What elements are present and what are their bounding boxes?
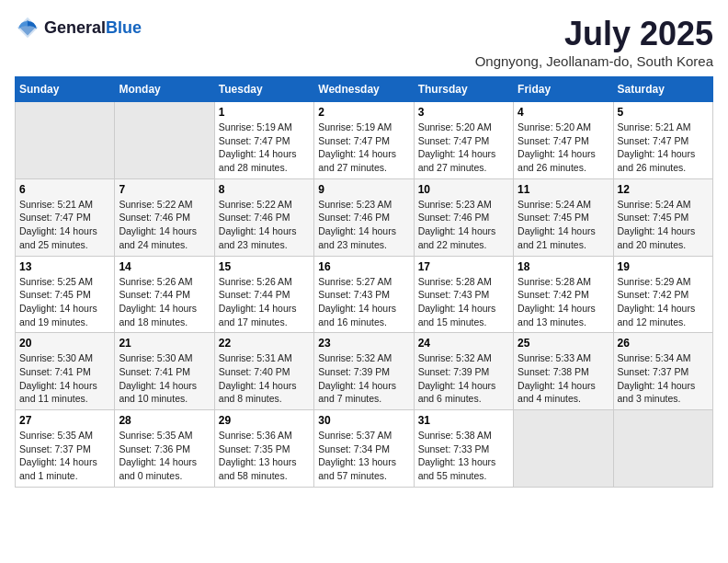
calendar-cell: 15Sunrise: 5:26 AMSunset: 7:44 PMDayligh…	[214, 256, 313, 333]
day-number: 30	[318, 414, 409, 427]
day-number: 16	[318, 260, 409, 273]
calendar-cell: 17Sunrise: 5:28 AMSunset: 7:43 PMDayligh…	[414, 256, 513, 333]
day-info: Sunrise: 5:22 AMSunset: 7:46 PMDaylight:…	[119, 199, 197, 250]
header-cell-saturday: Saturday	[613, 77, 712, 102]
header-cell-wednesday: Wednesday	[314, 77, 414, 102]
day-number: 25	[518, 337, 609, 350]
calendar-cell: 2Sunrise: 5:19 AMSunset: 7:47 PMDaylight…	[314, 102, 414, 179]
week-row-1: 1Sunrise: 5:19 AMSunset: 7:47 PMDaylight…	[16, 102, 713, 179]
day-number: 24	[418, 337, 509, 350]
calendar-cell: 6Sunrise: 5:21 AMSunset: 7:47 PMDaylight…	[16, 178, 115, 256]
calendar-cell	[613, 410, 712, 488]
day-number: 23	[318, 337, 409, 350]
calendar-cell	[115, 102, 214, 179]
calendar-cell: 30Sunrise: 5:37 AMSunset: 7:34 PMDayligh…	[314, 410, 414, 488]
day-info: Sunrise: 5:20 AMSunset: 7:47 PMDaylight:…	[518, 121, 596, 173]
header-cell-tuesday: Tuesday	[214, 77, 313, 102]
day-info: Sunrise: 5:21 AMSunset: 7:47 PMDaylight:…	[618, 121, 696, 173]
day-number: 17	[418, 260, 509, 273]
calendar-body: 1Sunrise: 5:19 AMSunset: 7:47 PMDaylight…	[16, 102, 713, 488]
week-row-2: 6Sunrise: 5:21 AMSunset: 7:47 PMDaylight…	[16, 178, 713, 256]
calendar-cell: 31Sunrise: 5:38 AMSunset: 7:33 PMDayligh…	[414, 410, 513, 488]
day-number: 11	[518, 183, 609, 196]
calendar-cell: 10Sunrise: 5:23 AMSunset: 7:46 PMDayligh…	[414, 178, 513, 256]
title-block: July 2025 Ongnyong, Jeollanam-do, South …	[475, 15, 713, 69]
calendar-header: SundayMondayTuesdayWednesdayThursdayFrid…	[16, 77, 713, 102]
day-info: Sunrise: 5:24 AMSunset: 7:45 PMDaylight:…	[518, 199, 596, 250]
page-header: GeneralBlue July 2025 Ongnyong, Jeollana…	[15, 15, 713, 69]
header-cell-sunday: Sunday	[16, 77, 115, 102]
calendar-cell: 25Sunrise: 5:33 AMSunset: 7:38 PMDayligh…	[514, 333, 613, 410]
day-number: 2	[318, 106, 409, 119]
week-row-4: 20Sunrise: 5:30 AMSunset: 7:41 PMDayligh…	[16, 333, 713, 410]
calendar-cell: 7Sunrise: 5:22 AMSunset: 7:46 PMDaylight…	[115, 178, 214, 256]
calendar-cell: 12Sunrise: 5:24 AMSunset: 7:45 PMDayligh…	[613, 178, 712, 256]
day-info: Sunrise: 5:30 AMSunset: 7:41 PMDaylight:…	[119, 352, 197, 404]
calendar-cell: 1Sunrise: 5:19 AMSunset: 7:47 PMDaylight…	[214, 102, 313, 179]
logo-text-general: General	[44, 18, 106, 37]
header-cell-thursday: Thursday	[414, 77, 513, 102]
day-number: 27	[19, 414, 110, 427]
calendar-cell: 20Sunrise: 5:30 AMSunset: 7:41 PMDayligh…	[16, 333, 115, 410]
day-info: Sunrise: 5:19 AMSunset: 7:47 PMDaylight:…	[318, 121, 396, 173]
day-info: Sunrise: 5:21 AMSunset: 7:47 PMDaylight:…	[19, 199, 97, 250]
day-number: 20	[19, 337, 110, 350]
day-info: Sunrise: 5:35 AMSunset: 7:36 PMDaylight:…	[119, 430, 197, 481]
day-info: Sunrise: 5:36 AMSunset: 7:35 PMDaylight:…	[219, 430, 297, 481]
calendar-cell: 24Sunrise: 5:32 AMSunset: 7:39 PMDayligh…	[414, 333, 513, 410]
calendar-cell: 13Sunrise: 5:25 AMSunset: 7:45 PMDayligh…	[16, 256, 115, 333]
day-number: 1	[219, 106, 310, 119]
day-info: Sunrise: 5:37 AMSunset: 7:34 PMDaylight:…	[318, 430, 396, 481]
day-number: 29	[219, 414, 310, 427]
calendar-cell: 11Sunrise: 5:24 AMSunset: 7:45 PMDayligh…	[514, 178, 613, 256]
day-info: Sunrise: 5:19 AMSunset: 7:47 PMDaylight:…	[219, 121, 297, 173]
week-row-5: 27Sunrise: 5:35 AMSunset: 7:37 PMDayligh…	[16, 410, 713, 488]
calendar-cell	[514, 410, 613, 488]
day-info: Sunrise: 5:38 AMSunset: 7:33 PMDaylight:…	[418, 430, 496, 481]
day-number: 26	[618, 337, 709, 350]
calendar-cell: 16Sunrise: 5:27 AMSunset: 7:43 PMDayligh…	[314, 256, 414, 333]
calendar-cell: 21Sunrise: 5:30 AMSunset: 7:41 PMDayligh…	[115, 333, 214, 410]
day-info: Sunrise: 5:32 AMSunset: 7:39 PMDaylight:…	[318, 352, 396, 404]
day-number: 3	[418, 106, 509, 119]
day-info: Sunrise: 5:31 AMSunset: 7:40 PMDaylight:…	[219, 352, 297, 404]
day-number: 6	[19, 183, 110, 196]
header-cell-friday: Friday	[514, 77, 613, 102]
day-number: 15	[219, 260, 310, 273]
main-title: July 2025	[475, 15, 713, 53]
week-row-3: 13Sunrise: 5:25 AMSunset: 7:45 PMDayligh…	[16, 256, 713, 333]
calendar-cell: 23Sunrise: 5:32 AMSunset: 7:39 PMDayligh…	[314, 333, 414, 410]
day-number: 31	[418, 414, 509, 427]
day-info: Sunrise: 5:23 AMSunset: 7:46 PMDaylight:…	[418, 199, 496, 250]
calendar-cell: 4Sunrise: 5:20 AMSunset: 7:47 PMDaylight…	[514, 102, 613, 179]
day-number: 12	[618, 183, 709, 196]
day-info: Sunrise: 5:29 AMSunset: 7:42 PMDaylight:…	[618, 276, 696, 327]
calendar-cell: 29Sunrise: 5:36 AMSunset: 7:35 PMDayligh…	[214, 410, 313, 488]
day-info: Sunrise: 5:22 AMSunset: 7:46 PMDaylight:…	[219, 199, 297, 250]
header-cell-monday: Monday	[115, 77, 214, 102]
calendar-table: SundayMondayTuesdayWednesdayThursdayFrid…	[15, 76, 713, 488]
subtitle: Ongnyong, Jeollanam-do, South Korea	[475, 53, 713, 69]
day-number: 21	[119, 337, 210, 350]
day-info: Sunrise: 5:24 AMSunset: 7:45 PMDaylight:…	[618, 199, 696, 250]
day-info: Sunrise: 5:35 AMSunset: 7:37 PMDaylight:…	[19, 430, 97, 481]
day-info: Sunrise: 5:30 AMSunset: 7:41 PMDaylight:…	[19, 352, 97, 404]
day-number: 18	[518, 260, 609, 273]
header-row: SundayMondayTuesdayWednesdayThursdayFrid…	[16, 77, 713, 102]
calendar-cell: 22Sunrise: 5:31 AMSunset: 7:40 PMDayligh…	[214, 333, 313, 410]
day-number: 9	[318, 183, 409, 196]
day-info: Sunrise: 5:20 AMSunset: 7:47 PMDaylight:…	[418, 121, 496, 173]
calendar-cell: 8Sunrise: 5:22 AMSunset: 7:46 PMDaylight…	[214, 178, 313, 256]
day-number: 28	[119, 414, 210, 427]
logo: GeneralBlue	[15, 15, 142, 40]
day-info: Sunrise: 5:26 AMSunset: 7:44 PMDaylight:…	[219, 276, 297, 327]
day-info: Sunrise: 5:28 AMSunset: 7:43 PMDaylight:…	[418, 276, 496, 327]
calendar-cell: 27Sunrise: 5:35 AMSunset: 7:37 PMDayligh…	[16, 410, 115, 488]
logo-text-blue: Blue	[106, 18, 142, 37]
calendar-cell: 3Sunrise: 5:20 AMSunset: 7:47 PMDaylight…	[414, 102, 513, 179]
calendar-cell: 19Sunrise: 5:29 AMSunset: 7:42 PMDayligh…	[613, 256, 712, 333]
calendar-cell: 5Sunrise: 5:21 AMSunset: 7:47 PMDaylight…	[613, 102, 712, 179]
calendar-cell: 9Sunrise: 5:23 AMSunset: 7:46 PMDaylight…	[314, 178, 414, 256]
day-number: 22	[219, 337, 310, 350]
day-info: Sunrise: 5:32 AMSunset: 7:39 PMDaylight:…	[418, 352, 496, 404]
